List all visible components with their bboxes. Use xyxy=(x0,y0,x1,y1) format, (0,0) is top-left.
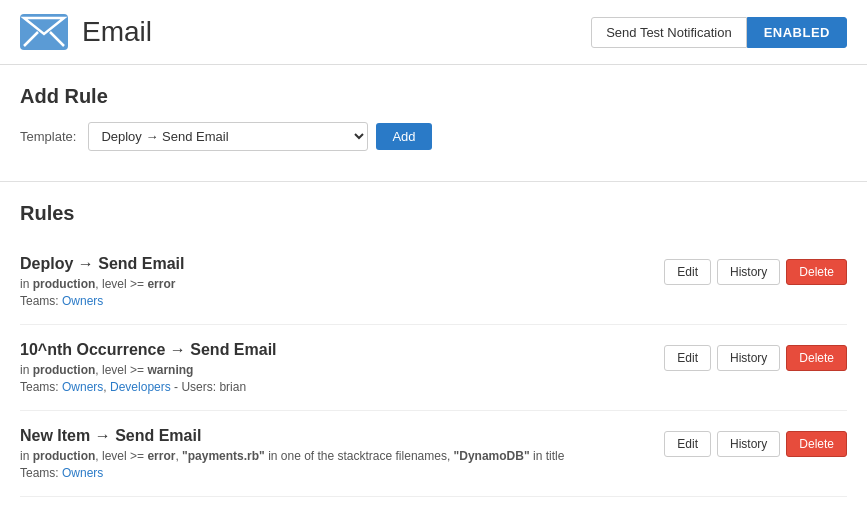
rule-actions-3: Edit History Delete xyxy=(664,427,847,457)
table-row: New Item → Send Email in production, lev… xyxy=(20,411,847,497)
enabled-toggle-button[interactable]: ENABLED xyxy=(747,17,847,48)
edit-button-3[interactable]: Edit xyxy=(664,431,711,457)
rule-team-link-owners-1[interactable]: Owners xyxy=(62,294,103,308)
rule-content-3: New Item → Send Email in production, lev… xyxy=(20,427,644,480)
send-test-notification-button[interactable]: Send Test Notification xyxy=(591,17,747,48)
rule-teams-2: Teams: Owners, Developers - Users: brian xyxy=(20,380,644,394)
template-label: Template: xyxy=(20,129,76,144)
header-actions: Send Test Notification ENABLED xyxy=(591,17,847,48)
history-button-2[interactable]: History xyxy=(717,345,780,371)
page-header: Email Send Test Notification ENABLED xyxy=(0,0,867,65)
rule-content-1: Deploy → Send Email in production, level… xyxy=(20,255,644,308)
history-button-1[interactable]: History xyxy=(717,259,780,285)
rule-teams-3: Teams: Owners xyxy=(20,466,644,480)
rule-desc-3: in production, level >= error, "payments… xyxy=(20,449,644,463)
edit-button-2[interactable]: Edit xyxy=(664,345,711,371)
delete-button-1[interactable]: Delete xyxy=(786,259,847,285)
rule-desc-1: in production, level >= error xyxy=(20,277,644,291)
rule-desc-2: in production, level >= warning xyxy=(20,363,644,377)
table-row: Deploy → Send Email in production, level… xyxy=(20,239,847,325)
table-row: 10^nth Occurrence → Send Email in produc… xyxy=(20,325,847,411)
rule-actions-1: Edit History Delete xyxy=(664,255,847,285)
rule-teams-1: Teams: Owners xyxy=(20,294,644,308)
template-select[interactable]: Deploy → Send Email 10^nth Occurrence → … xyxy=(88,122,368,151)
email-icon xyxy=(20,14,68,50)
rule-content-2: 10^nth Occurrence → Send Email in produc… xyxy=(20,341,644,394)
rule-name-1: Deploy → Send Email xyxy=(20,255,644,273)
rule-name-3: New Item → Send Email xyxy=(20,427,644,445)
rule-team-link-developers-2[interactable]: Developers xyxy=(110,380,171,394)
delete-button-3[interactable]: Delete xyxy=(786,431,847,457)
delete-button-2[interactable]: Delete xyxy=(786,345,847,371)
section-divider xyxy=(0,181,867,182)
add-rule-row: Template: Deploy → Send Email 10^nth Occ… xyxy=(20,122,847,151)
add-rule-button[interactable]: Add xyxy=(376,123,431,150)
header-left: Email xyxy=(20,14,591,50)
edit-button-1[interactable]: Edit xyxy=(664,259,711,285)
rule-team-link-owners-2[interactable]: Owners xyxy=(62,380,103,394)
add-rule-section: Add Rule Template: Deploy → Send Email 1… xyxy=(0,65,867,171)
history-button-3[interactable]: History xyxy=(717,431,780,457)
rules-section: Rules Deploy → Send Email in production,… xyxy=(0,192,867,517)
rules-title: Rules xyxy=(20,202,847,225)
rule-name-2: 10^nth Occurrence → Send Email xyxy=(20,341,644,359)
page-title: Email xyxy=(82,16,152,48)
rule-actions-2: Edit History Delete xyxy=(664,341,847,371)
rule-team-link-owners-3[interactable]: Owners xyxy=(62,466,103,480)
add-rule-title: Add Rule xyxy=(20,85,847,108)
